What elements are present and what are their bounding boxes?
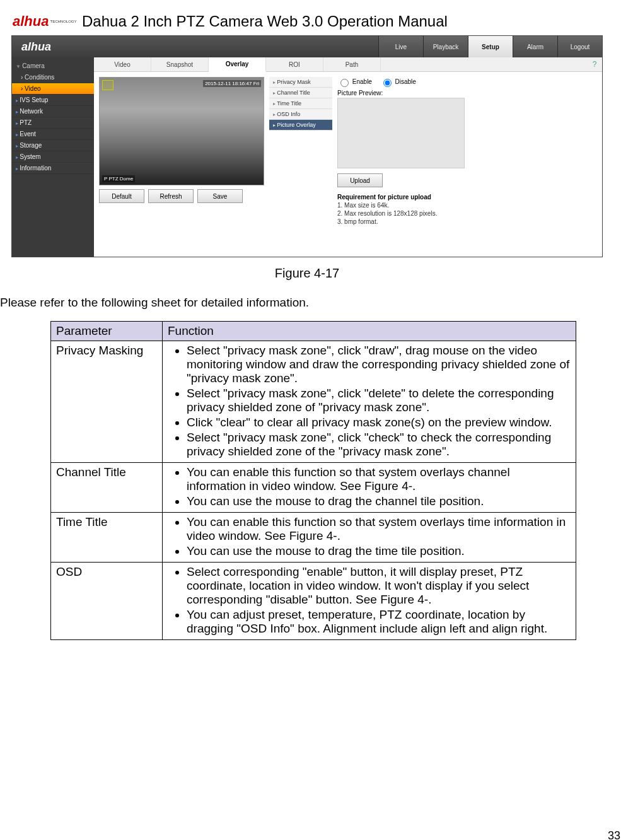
function-cell: You can enable this function so that sys…	[163, 513, 576, 563]
param-cell: Privacy Masking	[51, 341, 163, 463]
overlay-timestamp: 2015-12-11 18:16:47 Fri	[203, 80, 261, 87]
function-cell: Select "privacy mask zone", click "draw"…	[163, 341, 576, 463]
sidebar-item-storage[interactable]: Storage	[12, 140, 94, 151]
upload-req-head: Requirement for picture upload	[337, 194, 597, 201]
toptab-live[interactable]: Live	[378, 36, 423, 57]
subtab-roi[interactable]: ROI	[266, 57, 323, 71]
sidebar-item-ivs-setup[interactable]: IVS Setup	[12, 95, 94, 106]
upload-req-2: 2. Max resolution is 128x128 pixels.	[337, 210, 597, 217]
sidebar-item-event[interactable]: Event	[12, 129, 94, 140]
function-cell: Select corresponding "enable" button, it…	[163, 563, 576, 640]
upload-button[interactable]: Upload	[337, 173, 383, 187]
overlay-option-time-title[interactable]: Time Title	[269, 98, 332, 109]
function-cell: You can enable this function so that sys…	[163, 463, 576, 513]
page-number: 33	[608, 829, 620, 840]
overlay-option-channel-title[interactable]: Channel Title	[269, 88, 332, 98]
param-cell: OSD	[51, 563, 163, 640]
disable-radio[interactable]: Disable	[380, 78, 416, 85]
doc-title: Dahua 2 Inch PTZ Camera Web 3.0 Operatio…	[82, 13, 448, 30]
toptab-alarm[interactable]: Alarm	[513, 36, 557, 57]
function-item: You can use the mouse to drag the time t…	[187, 544, 571, 558]
app-topbar: alhua LivePlaybackSetupAlarmLogout	[12, 36, 602, 57]
screenshot-figure: alhua LivePlaybackSetupAlarmLogout Camer…	[11, 35, 603, 257]
figure-caption: Figure 4-17	[0, 266, 614, 281]
function-item: You can enable this function so that sys…	[187, 465, 571, 493]
app-logo: alhua	[12, 36, 110, 57]
sidebar-item-system[interactable]: System	[12, 151, 94, 163]
col-function: Function	[163, 322, 576, 341]
overlay-option-osd-info[interactable]: OSD Info	[269, 109, 332, 120]
toptab-logout[interactable]: Logout	[557, 36, 602, 57]
subtab-snapshot[interactable]: Snapshot	[151, 57, 209, 71]
overlay-option-picture-overlay[interactable]: Picture Overlay	[269, 120, 332, 131]
function-item: Select corresponding "enable" button, it…	[187, 565, 571, 607]
sidebar-section-camera[interactable]: Camera	[12, 60, 94, 72]
toptab-playback[interactable]: Playback	[423, 36, 468, 57]
overlay-channel: P PTZ Dome	[102, 175, 135, 182]
page-header: alhua TECHNOLOGY Dahua 2 Inch PTZ Camera…	[13, 13, 614, 30]
sidebar: Camera › Conditions› Video IVS SetupNetw…	[12, 57, 94, 257]
enable-radio[interactable]: Enable	[337, 78, 372, 85]
picture-preview-box	[337, 98, 465, 168]
overlay-option-privacy-mask[interactable]: Privacy Mask	[269, 77, 332, 88]
parameter-table: Parameter Function Privacy MaskingSelect…	[50, 321, 576, 640]
help-icon[interactable]: ?	[587, 57, 602, 71]
toptab-setup[interactable]: Setup	[468, 36, 513, 57]
subtab-path[interactable]: Path	[323, 57, 381, 71]
sidebar-item-ptz[interactable]: PTZ	[12, 117, 94, 129]
overlay-option-list: Privacy MaskChannel TitleTime TitleOSD I…	[269, 77, 332, 252]
subtab-bar: VideoSnapshotOverlayROIPath ?	[94, 57, 602, 72]
function-item: You can adjust preset, temperature, PTZ …	[187, 608, 571, 636]
sidebar-item-information[interactable]: Information	[12, 163, 94, 174]
function-item: Select "privacy mask zone", click "check…	[187, 431, 571, 458]
param-cell: Time Title	[51, 513, 163, 563]
sidebar-item-network[interactable]: Network	[12, 106, 94, 117]
function-item: Click "clear" to clear all privacy mask …	[187, 416, 571, 429]
param-cell: Channel Title	[51, 463, 163, 513]
function-item: You can use the mouse to drag the channe…	[187, 494, 571, 508]
intro-text: Please refer to the following sheet for …	[0, 296, 614, 310]
save-button[interactable]: Save	[197, 189, 243, 203]
upload-req-1: 1. Max size is 64k.	[337, 202, 597, 209]
sidebar-item-video[interactable]: › Video	[12, 83, 94, 95]
enable-disable-group: Enable Disable	[337, 77, 597, 87]
function-item: Select "privacy mask zone", click "draw"…	[187, 344, 571, 385]
logo-text: alhua	[13, 13, 49, 30]
sidebar-item-conditions[interactable]: › Conditions	[12, 72, 94, 83]
logo-tag: TECHNOLOGY	[50, 20, 76, 23]
col-parameter: Parameter	[51, 322, 163, 341]
default-button[interactable]: Default	[99, 189, 144, 203]
brand-logo: alhua TECHNOLOGY	[13, 13, 76, 30]
function-item: You can enable this function so that sys…	[187, 515, 571, 543]
function-item: Select "privacy mask zone", click "delet…	[187, 387, 571, 414]
upload-req-3: 3. bmp format.	[337, 218, 597, 225]
subtab-video[interactable]: Video	[94, 57, 151, 71]
subtab-overlay[interactable]: Overlay	[209, 57, 266, 72]
mask-rect[interactable]	[102, 80, 113, 90]
refresh-button[interactable]: Refresh	[148, 189, 194, 203]
picture-preview-label: Picture Preview:	[337, 90, 597, 96]
video-preview[interactable]: 2015-12-11 18:16:47 Fri P PTZ Dome	[99, 77, 264, 185]
